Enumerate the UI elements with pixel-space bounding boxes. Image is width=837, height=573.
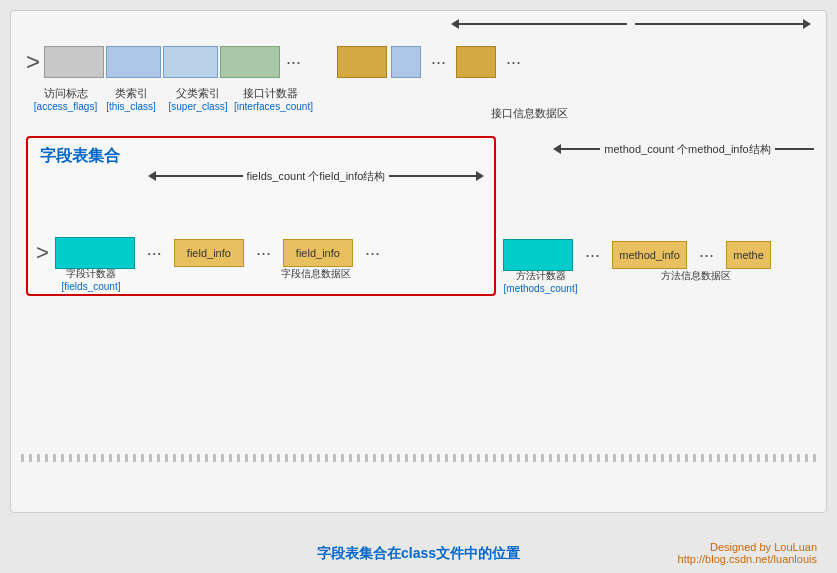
fields-bottom-row: > ··· field_info ··· field_info ··· (36, 237, 486, 269)
label-this-class: 类索引 [this_class] (100, 86, 162, 112)
field-info-box-2: field_info (283, 239, 353, 267)
fields-data-area-label: 字段信息数据区 (146, 267, 486, 294)
interface-box-1 (337, 46, 387, 78)
method-info-partial: methe (726, 241, 771, 269)
interface-count-section (451, 19, 811, 31)
interface-box-2 (456, 46, 496, 78)
box-access-flags (44, 46, 104, 78)
methods-counter-label: 方法计数器 [methods_count] (503, 269, 578, 296)
top-labels: 访问标志 [access_flags] 类索引 [this_class] 父类索… (33, 86, 306, 112)
fields-section: 字段表集合 fields_count 个field_info结构 > ··· f… (26, 136, 496, 296)
diagram-area: > ··· ··· ··· 访问标志 [access_flags] 类索引 (10, 10, 827, 513)
box-this-class (106, 46, 161, 78)
designed-by: Designed by LouLuan http://blog.csdn.net… (678, 541, 817, 565)
wavy-decoration (21, 454, 816, 462)
dots-top: ··· (286, 52, 301, 73)
interface-boxes: ··· ··· (337, 46, 527, 78)
bracket-arrow-top: > (26, 48, 40, 76)
fields-counter-label: 字段计数器 [fields_count] (36, 267, 146, 294)
section-title: 字段表集合 (40, 146, 120, 167)
method-count-label: method_count 个method_info结构 (604, 142, 770, 157)
label-super-class: 父类索引 [super_class] (164, 86, 232, 112)
fields-inner-labels: 字段计数器 [fields_count] 字段信息数据区 (36, 267, 486, 294)
methods-bottom-row: ··· method_info ··· methe (503, 239, 814, 271)
label-interfaces-count: 接口计数器 [interfaces_count] (234, 86, 306, 112)
methods-inner-labels: 方法计数器 [methods_count] 方法信息数据区 (503, 269, 814, 296)
box-super-class (163, 46, 218, 78)
field-info-box-1: field_info (174, 239, 244, 267)
label-access-flags: 访问标志 [access_flags] (33, 86, 98, 112)
methods-data-area-label: 方法信息数据区 (578, 269, 814, 296)
interface-box-inner (391, 46, 421, 78)
method-info-box-1: method_info (612, 241, 687, 269)
main-container: > ··· ··· ··· 访问标志 [access_flags] 类索引 (0, 0, 837, 573)
bracket-arrow-fields: > (36, 240, 49, 266)
methods-counter-box (503, 239, 573, 271)
methods-section: method_count 个method_info结构 ··· method_i… (503, 136, 814, 296)
top-row: > ··· ··· ··· (26, 46, 527, 78)
method-count-arrow: method_count 个method_info结构 (553, 141, 814, 157)
fields-count-label: fields_count 个field_info结构 (247, 169, 386, 184)
fields-counter-box (55, 237, 135, 269)
interface-data-area-label: 接口信息数据区 (491, 106, 568, 121)
fields-count-arrow: fields_count 个field_info结构 (148, 168, 484, 184)
box-interfaces-count (220, 46, 280, 78)
